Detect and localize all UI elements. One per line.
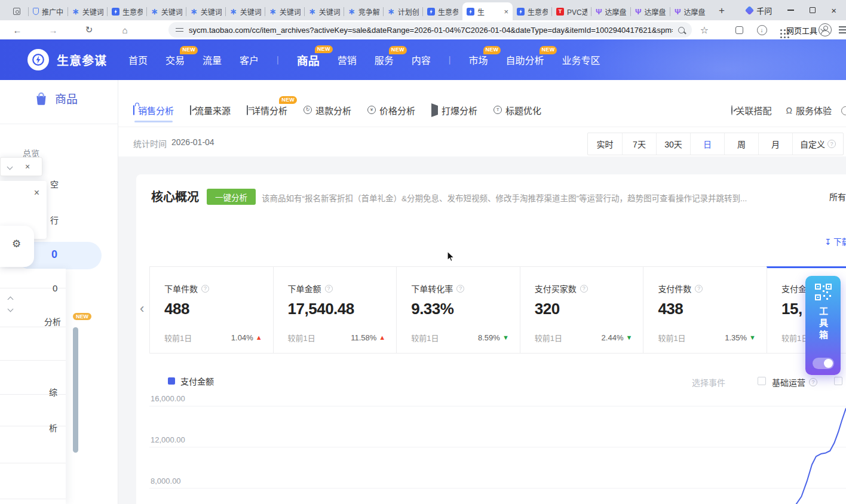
new-tab-button[interactable]: + — [713, 2, 730, 19]
bookmark-star-icon[interactable]: ☆ — [697, 20, 712, 39]
terminal-filter-dropdown[interactable]: 所有 — [829, 190, 846, 202]
tab-close-icon[interactable]: × — [504, 7, 508, 16]
browser-tab[interactable]: ∗关键词 — [68, 2, 108, 20]
nav-item-marketing[interactable]: 营销 — [338, 53, 357, 67]
zoom-icon[interactable] — [678, 27, 685, 33]
help-icon[interactable]: ? — [695, 285, 703, 293]
browser-tab[interactable]: ∗关键词 — [265, 2, 305, 20]
tab-detail-analysis[interactable]: 详情分析NEW — [247, 104, 287, 120]
nav-item-service[interactable]: 服务NEW — [375, 53, 394, 67]
browser-tab[interactable]: Ψ达摩盘 — [591, 2, 631, 20]
tab-related-match[interactable]: 关联搭配 — [731, 104, 772, 120]
nav-item-business-zone[interactable]: 业务专区 — [562, 53, 600, 67]
profile-avatar[interactable] — [817, 20, 833, 39]
browser-tab[interactable]: Ψ达摩盘 — [631, 2, 670, 20]
nav-item-market[interactable]: 市场NEW — [468, 53, 488, 67]
browser-tab[interactable] — [5, 2, 29, 20]
download-icon[interactable]: ↓ — [754, 20, 770, 39]
one-click-analyze-button[interactable]: 一键分析 — [207, 189, 256, 205]
browser-tab[interactable]: ∗关键词 — [305, 2, 344, 20]
browser-tab[interactable]: Ψ达摩盘 — [670, 2, 710, 20]
sidebar-item-partial[interactable]: 析 — [49, 422, 57, 434]
range-month[interactable]: 月 — [758, 133, 792, 155]
address-bar[interactable]: sycm.taobao.com/cc/item_archives?activeK… — [168, 22, 692, 38]
reload-icon[interactable]: ↻ — [81, 20, 97, 39]
help-icon[interactable]: ? — [325, 285, 333, 293]
window-minimize-button[interactable] — [787, 10, 794, 11]
browser-tab[interactable]: ∗关键词 — [186, 2, 226, 20]
help-icon[interactable]: ? — [456, 285, 464, 293]
help-icon[interactable]: ? — [201, 285, 209, 293]
tab-traffic-source[interactable]: 流量来源 — [190, 104, 231, 120]
sidebar-item-partial-active[interactable]: 0 — [51, 248, 57, 261]
tab-hit-analysis[interactable]: 打爆分析 — [431, 104, 477, 120]
browser-tab[interactable]: TPVC透 — [552, 2, 591, 20]
tab-price-analysis[interactable]: ¥价格分析 — [367, 104, 415, 120]
basic-ops-option[interactable]: 基础运营? — [772, 376, 817, 388]
nav-item-self-analysis[interactable]: 自助分析NEW — [505, 53, 544, 67]
sidebar-item-partial[interactable]: 分析 — [44, 315, 61, 327]
tab-sales-analysis[interactable]: 销售分析 — [133, 104, 174, 120]
floating-popup-collapsed[interactable]: × — [0, 157, 42, 176]
home-icon[interactable]: ⌂ — [117, 20, 133, 39]
metric-card[interactable]: 支付件数? 438 较前1日1.35%▼ — [643, 266, 767, 354]
browser-tab[interactable]: ∗关键词 — [147, 2, 186, 20]
browser-tab[interactable]: ∗竞争解 — [344, 2, 384, 20]
metric-card[interactable]: 支付买家数? 320 较前1日2.44%▼ — [520, 266, 644, 354]
clock-icon[interactable] — [841, 106, 846, 115]
nav-item-customer[interactable]: 客户 — [240, 53, 259, 67]
qianwen-button[interactable]: 千问 — [746, 5, 772, 16]
range-30d[interactable]: 30天 — [656, 133, 690, 155]
range-realtime[interactable]: 实时 — [588, 133, 622, 155]
settings-mini-panel[interactable]: ⚙ — [0, 226, 34, 267]
nav-item-goods[interactable]: 商品NEW — [297, 52, 320, 68]
checkbox-basic-ops[interactable] — [758, 377, 766, 385]
back-icon[interactable]: ← — [10, 20, 25, 39]
browser-tab[interactable]: ∗计划创 — [384, 2, 423, 20]
close-icon[interactable]: × — [34, 188, 39, 198]
metric-card[interactable]: 下单转化率? 9.33% 较前1日8.59%▼ — [396, 266, 520, 354]
window-close-button[interactable]: × — [831, 6, 836, 15]
nav-item-trade[interactable]: 交易NEW — [165, 53, 185, 67]
help-icon[interactable]: ? — [827, 140, 836, 148]
site-settings-icon[interactable] — [176, 27, 183, 33]
nav-item-home[interactable]: 首页 — [128, 53, 148, 67]
sidebar-item-partial[interactable]: 综 — [49, 386, 57, 398]
help-icon[interactable]: ? — [809, 378, 817, 386]
tab-refund-analysis[interactable]: ↻退款分析 — [304, 104, 351, 120]
extensions-icon[interactable] — [731, 20, 747, 39]
browser-tab[interactable]: 生意参 — [423, 2, 462, 20]
checkbox-second-option[interactable] — [834, 377, 842, 385]
range-7d[interactable]: 7天 — [622, 133, 656, 155]
browser-tab[interactable]: 推广中 — [29, 2, 68, 20]
sidebar-item-partial[interactable]: 行 — [50, 214, 59, 226]
gear-icon[interactable]: ⚙ — [12, 238, 21, 250]
browser-tab[interactable]: ∗关键词 — [226, 2, 265, 20]
browser-tab-active[interactable]: 生× — [462, 2, 513, 20]
metric-card[interactable]: 下单件数? 488 较前1日1.04%▲ — [149, 266, 274, 354]
close-icon[interactable]: × — [25, 162, 30, 171]
sidebar-item-partial[interactable]: 空 — [50, 178, 59, 190]
toolbox-toggle[interactable] — [813, 358, 834, 369]
range-week[interactable]: 周 — [724, 133, 758, 155]
chevron-up-icon[interactable] — [8, 297, 14, 303]
window-maximize-button[interactable] — [810, 7, 816, 13]
nav-item-content[interactable]: 内容 — [412, 53, 431, 67]
carousel-left-icon[interactable]: ‹ — [140, 301, 144, 316]
tab-service-experience[interactable]: Ω服务体验 — [786, 104, 832, 120]
tab-title-optimize[interactable]: T标题优化 — [493, 104, 541, 120]
browser-tab[interactable]: 生意参 — [513, 2, 552, 20]
toolbox-widget[interactable]: 工具箱 — [805, 276, 841, 375]
forward-icon[interactable]: → — [45, 20, 61, 39]
scrollbar-thumb[interactable] — [73, 327, 78, 453]
url-text[interactable]: sycm.taobao.com/cc/item_archives?activeK… — [189, 26, 673, 35]
chevron-down-icon[interactable] — [8, 306, 14, 312]
chevron-down-icon[interactable] — [7, 164, 13, 170]
download-link[interactable]: ↧ 下载 — [824, 235, 846, 247]
range-day[interactable]: 日 — [690, 133, 724, 155]
sidebar-item-partial[interactable]: 0 — [53, 283, 57, 293]
metric-card[interactable]: 下单金额? 17,540.48 较前1日11.58%▲ — [273, 266, 397, 354]
range-custom[interactable]: 自定义? — [792, 133, 843, 155]
browser-tab[interactable]: 生意参 — [108, 2, 147, 20]
nav-item-traffic[interactable]: 流量 — [203, 53, 222, 67]
